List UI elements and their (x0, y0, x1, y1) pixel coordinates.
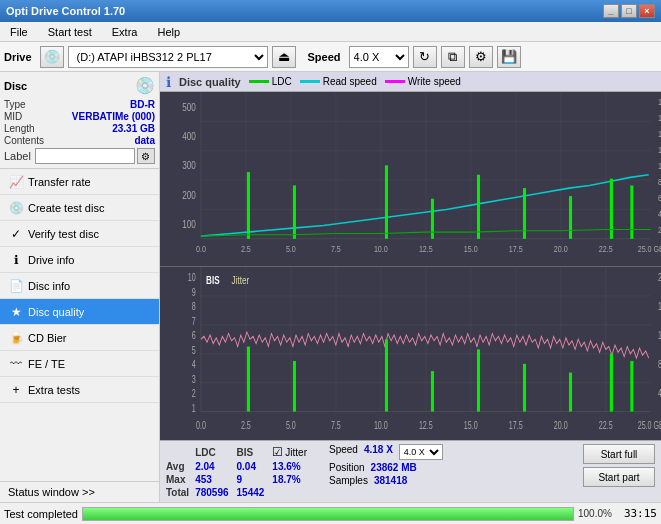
svg-text:1: 1 (192, 402, 196, 414)
progress-bar-fill (83, 508, 573, 520)
main-layout: Disc 💿 Type BD-R MID VERBATIMe (000) Len… (0, 72, 661, 502)
speed-position-stats: Speed 4.18 X 4.0 X Position 23862 MB Sam… (329, 444, 443, 486)
nav-drive-info[interactable]: ℹ Drive info (0, 247, 159, 273)
disc-panel: Disc 💿 Type BD-R MID VERBATIMe (000) Len… (0, 72, 159, 169)
label-input[interactable] (35, 148, 135, 164)
start-part-button[interactable]: Start part (583, 467, 655, 487)
samples-value: 381418 (374, 475, 407, 486)
cd-bier-icon: 🍺 (8, 330, 24, 346)
speed-stat-select[interactable]: 4.0 X (399, 444, 443, 460)
svg-text:400: 400 (182, 130, 196, 142)
samples-label: Samples (329, 475, 368, 486)
menu-file[interactable]: File (4, 24, 34, 40)
transfer-rate-icon: 📈 (8, 174, 24, 190)
titlebar: Opti Drive Control 1.70 _ □ × (0, 0, 661, 22)
svg-rect-95 (293, 360, 296, 411)
nav-verify-test-disc[interactable]: ✓ Verify test disc (0, 221, 159, 247)
nav-fe-te[interactable]: 〰 FE / TE (0, 351, 159, 377)
label-label: Label (4, 150, 31, 162)
svg-text:5: 5 (192, 344, 196, 356)
disc-panel-title: Disc (4, 80, 27, 92)
menubar: File Start test Extra Help (0, 22, 661, 42)
menu-help[interactable]: Help (151, 24, 186, 40)
svg-text:300: 300 (182, 159, 196, 171)
nav-drive-info-label: Drive info (28, 254, 74, 266)
svg-text:500: 500 (182, 101, 196, 113)
svg-text:17.5: 17.5 (509, 419, 523, 431)
svg-rect-47 (569, 196, 572, 239)
nav-cd-bier[interactable]: 🍺 CD Bier (0, 325, 159, 351)
progress-pct: 100.0% (578, 508, 612, 519)
menu-start-test[interactable]: Start test (42, 24, 98, 40)
svg-text:0.0: 0.0 (196, 243, 206, 254)
svg-rect-45 (477, 175, 480, 239)
refresh-button[interactable]: ↻ (413, 46, 437, 68)
svg-text:22.5: 22.5 (599, 419, 613, 431)
svg-text:100: 100 (182, 218, 196, 230)
create-test-disc-icon: 💿 (8, 200, 24, 216)
svg-text:25.0 GB: 25.0 GB (638, 419, 661, 431)
eject-button[interactable]: ⏏ (272, 46, 296, 68)
save-button[interactable]: 💾 (497, 46, 521, 68)
svg-text:12.5: 12.5 (419, 419, 433, 431)
avg-ldc-value: 2.04 (195, 460, 236, 473)
svg-text:15.0: 15.0 (464, 419, 478, 431)
svg-text:25.0 GB: 25.0 GB (638, 243, 661, 254)
nav-menu: 📈 Transfer rate 💿 Create test disc ✓ Ver… (0, 169, 159, 403)
close-button[interactable]: × (639, 4, 655, 18)
progress-bar-container (82, 507, 574, 521)
start-full-button[interactable]: Start full (583, 444, 655, 464)
mid-label: MID (4, 111, 22, 122)
svg-text:2.5: 2.5 (241, 243, 251, 254)
content-area: ℹ Disc quality LDC Read speed Write spee… (160, 72, 661, 502)
svg-text:7.5: 7.5 (331, 419, 341, 431)
nav-disc-info[interactable]: 📄 Disc info (0, 273, 159, 299)
speed-select[interactable]: 4.0 X 8.0 X (349, 46, 409, 68)
disc-quality-title: Disc quality (179, 76, 241, 88)
drive-label: Drive (4, 51, 32, 63)
settings-button[interactable]: ⚙ (469, 46, 493, 68)
minimize-button[interactable]: _ (603, 4, 619, 18)
label-icon-btn[interactable]: ⚙ (137, 148, 155, 164)
svg-text:12.5: 12.5 (419, 243, 433, 254)
maximize-button[interactable]: □ (621, 4, 637, 18)
nav-create-test-disc[interactable]: 💿 Create test disc (0, 195, 159, 221)
nav-extra-tests[interactable]: + Extra tests (0, 377, 159, 403)
svg-rect-98 (477, 349, 480, 411)
svg-rect-100 (569, 372, 572, 411)
max-jitter-value: 18.7% (272, 473, 315, 486)
lower-chart: 10 9 8 7 6 5 4 3 2 1 20% 16% 12% 8% 4% (160, 267, 661, 441)
svg-rect-102 (630, 360, 633, 411)
avg-bis-value: 0.04 (237, 460, 273, 473)
disc-quality-header: ℹ Disc quality LDC Read speed Write spee… (160, 72, 661, 92)
svg-text:20.0: 20.0 (554, 243, 568, 254)
length-value: 23.31 GB (112, 123, 155, 134)
svg-text:10.0: 10.0 (374, 243, 388, 254)
copy-button[interactable]: ⧉ (441, 46, 465, 68)
svg-text:3: 3 (192, 373, 196, 385)
read-speed-color-swatch (300, 80, 320, 83)
nav-disc-quality[interactable]: ★ Disc quality (0, 299, 159, 325)
disc-info-icon: 📄 (8, 278, 24, 294)
nav-transfer-rate[interactable]: 📈 Transfer rate (0, 169, 159, 195)
status-window-btn[interactable]: Status window >> (0, 481, 159, 502)
mid-value: VERBATIMe (000) (72, 111, 155, 122)
nav-cd-bier-label: CD Bier (28, 332, 67, 344)
svg-text:7: 7 (192, 315, 196, 327)
avg-jitter-value: 13.6% (272, 460, 315, 473)
svg-text:8: 8 (192, 301, 196, 313)
toolbar: Drive 💿 (D:) ATAPI iHBS312 2 PL17 ⏏ Spee… (0, 42, 661, 72)
legend-ldc: LDC (249, 76, 292, 87)
svg-text:17.5: 17.5 (509, 243, 523, 254)
max-ldc-value: 453 (195, 473, 236, 486)
drive-select[interactable]: (D:) ATAPI iHBS312 2 PL17 (68, 46, 268, 68)
position-value: 23862 MB (371, 462, 417, 473)
nav-verify-test-disc-label: Verify test disc (28, 228, 99, 240)
svg-text:22.5: 22.5 (599, 243, 613, 254)
start-buttons: Start full Start part (583, 444, 655, 487)
ldc-legend-label: LDC (272, 76, 292, 87)
lower-chart-svg: 10 9 8 7 6 5 4 3 2 1 20% 16% 12% 8% 4% (160, 267, 661, 441)
svg-text:0.0: 0.0 (196, 419, 206, 431)
menu-extra[interactable]: Extra (106, 24, 144, 40)
svg-rect-0 (160, 92, 661, 266)
